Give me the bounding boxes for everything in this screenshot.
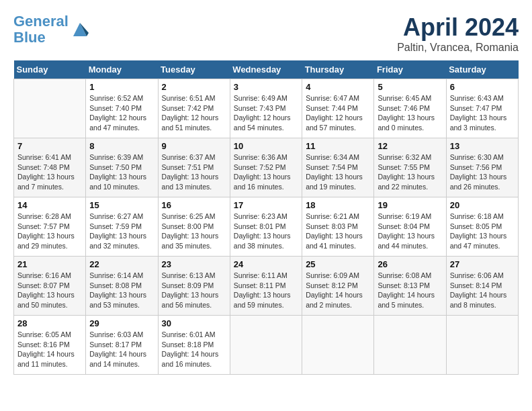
day-cell: 19Sunrise: 6:19 AM Sunset: 8:04 PM Dayli… <box>374 197 446 257</box>
day-info: Sunrise: 6:08 AM Sunset: 8:13 PM Dayligh… <box>378 271 442 310</box>
day-info: Sunrise: 6:34 AM Sunset: 7:54 PM Dayligh… <box>306 152 370 192</box>
day-cell: 7Sunrise: 6:41 AM Sunset: 7:48 PM Daylig… <box>14 138 86 197</box>
day-info: Sunrise: 6:39 AM Sunset: 7:50 PM Dayligh… <box>89 152 154 192</box>
day-cell: 13Sunrise: 6:30 AM Sunset: 7:56 PM Dayli… <box>446 138 518 197</box>
day-info: Sunrise: 6:16 AM Sunset: 8:07 PM Dayligh… <box>17 271 82 310</box>
weekday-header-wednesday: Wednesday <box>230 60 302 79</box>
weekday-header-sunday: Sunday <box>14 60 86 79</box>
day-info: Sunrise: 6:06 AM Sunset: 8:14 PM Dayligh… <box>450 271 515 310</box>
day-cell: 21Sunrise: 6:16 AM Sunset: 8:07 PM Dayli… <box>14 257 86 316</box>
day-info: Sunrise: 6:14 AM Sunset: 8:08 PM Dayligh… <box>89 271 154 310</box>
day-cell <box>302 316 374 375</box>
day-number: 14 <box>17 200 82 210</box>
day-info: Sunrise: 6:32 AM Sunset: 7:55 PM Dayligh… <box>378 152 442 192</box>
week-row-4: 21Sunrise: 6:16 AM Sunset: 8:07 PM Dayli… <box>14 257 519 316</box>
day-info: Sunrise: 6:28 AM Sunset: 7:57 PM Dayligh… <box>17 212 82 251</box>
day-cell: 8Sunrise: 6:39 AM Sunset: 7:50 PM Daylig… <box>86 138 158 197</box>
day-info: Sunrise: 6:36 AM Sunset: 7:52 PM Dayligh… <box>234 152 298 192</box>
page-header: General Blue April 2024 Paltin, Vrancea,… <box>13 13 519 54</box>
day-number: 15 <box>89 200 154 210</box>
day-cell: 20Sunrise: 6:18 AM Sunset: 8:05 PM Dayli… <box>446 197 518 257</box>
month-title: April 2024 <box>397 13 519 42</box>
day-cell: 1Sunrise: 6:52 AM Sunset: 7:40 PM Daylig… <box>86 79 158 138</box>
day-info: Sunrise: 6:09 AM Sunset: 8:12 PM Dayligh… <box>306 271 370 310</box>
day-number: 7 <box>17 141 82 151</box>
day-cell: 5Sunrise: 6:45 AM Sunset: 7:46 PM Daylig… <box>374 79 446 138</box>
day-cell: 28Sunrise: 6:05 AM Sunset: 8:16 PM Dayli… <box>14 316 86 375</box>
logo-icon <box>70 19 90 40</box>
day-number: 11 <box>306 141 370 151</box>
day-number: 22 <box>89 259 154 269</box>
day-info: Sunrise: 6:37 AM Sunset: 7:51 PM Dayligh… <box>162 152 226 192</box>
day-cell: 9Sunrise: 6:37 AM Sunset: 7:51 PM Daylig… <box>158 138 230 197</box>
day-cell: 29Sunrise: 6:03 AM Sunset: 8:17 PM Dayli… <box>86 316 158 375</box>
location-subtitle: Paltin, Vrancea, Romania <box>397 42 519 54</box>
week-row-5: 28Sunrise: 6:05 AM Sunset: 8:16 PM Dayli… <box>14 316 519 375</box>
logo-text: General Blue <box>13 13 69 46</box>
weekday-header-saturday: Saturday <box>446 60 518 79</box>
day-cell: 30Sunrise: 6:01 AM Sunset: 8:18 PM Dayli… <box>158 316 230 375</box>
logo: General Blue <box>13 13 90 46</box>
weekday-header-monday: Monday <box>86 60 158 79</box>
day-number: 10 <box>234 141 298 151</box>
day-info: Sunrise: 6:27 AM Sunset: 7:59 PM Dayligh… <box>89 212 154 251</box>
day-info: Sunrise: 6:43 AM Sunset: 7:47 PM Dayligh… <box>450 93 515 133</box>
day-number: 17 <box>234 200 298 210</box>
day-number: 1 <box>89 82 154 92</box>
day-number: 2 <box>162 82 226 92</box>
day-number: 25 <box>306 259 370 269</box>
weekday-header-row: SundayMondayTuesdayWednesdayThursdayFrid… <box>14 60 519 79</box>
day-cell: 26Sunrise: 6:08 AM Sunset: 8:13 PM Dayli… <box>374 257 446 316</box>
day-number: 19 <box>378 200 442 210</box>
day-number: 6 <box>450 82 515 92</box>
week-row-1: 1Sunrise: 6:52 AM Sunset: 7:40 PM Daylig… <box>14 79 519 138</box>
day-info: Sunrise: 6:49 AM Sunset: 7:43 PM Dayligh… <box>234 93 298 133</box>
day-number: 5 <box>378 82 442 92</box>
day-cell: 25Sunrise: 6:09 AM Sunset: 8:12 PM Dayli… <box>302 257 374 316</box>
day-number: 26 <box>378 259 442 269</box>
day-number: 24 <box>234 259 298 269</box>
day-cell: 16Sunrise: 6:25 AM Sunset: 8:00 PM Dayli… <box>158 197 230 257</box>
day-cell: 22Sunrise: 6:14 AM Sunset: 8:08 PM Dayli… <box>86 257 158 316</box>
title-block: April 2024 Paltin, Vrancea, Romania <box>397 13 519 54</box>
day-cell: 23Sunrise: 6:13 AM Sunset: 8:09 PM Dayli… <box>158 257 230 316</box>
day-number: 27 <box>450 259 515 269</box>
day-number: 18 <box>306 200 370 210</box>
weekday-header-thursday: Thursday <box>302 60 374 79</box>
weekday-header-friday: Friday <box>374 60 446 79</box>
day-cell: 15Sunrise: 6:27 AM Sunset: 7:59 PM Dayli… <box>86 197 158 257</box>
day-cell: 24Sunrise: 6:11 AM Sunset: 8:11 PM Dayli… <box>230 257 302 316</box>
day-info: Sunrise: 6:19 AM Sunset: 8:04 PM Dayligh… <box>378 212 442 251</box>
day-number: 12 <box>378 141 442 151</box>
day-cell <box>14 79 86 138</box>
day-number: 9 <box>162 141 226 151</box>
weekday-header-tuesday: Tuesday <box>158 60 230 79</box>
day-info: Sunrise: 6:47 AM Sunset: 7:44 PM Dayligh… <box>306 93 370 133</box>
day-cell: 17Sunrise: 6:23 AM Sunset: 8:01 PM Dayli… <box>230 197 302 257</box>
day-info: Sunrise: 6:21 AM Sunset: 8:03 PM Dayligh… <box>306 212 370 251</box>
day-info: Sunrise: 6:51 AM Sunset: 7:42 PM Dayligh… <box>162 93 226 133</box>
day-number: 21 <box>17 259 82 269</box>
day-cell: 4Sunrise: 6:47 AM Sunset: 7:44 PM Daylig… <box>302 79 374 138</box>
day-cell: 14Sunrise: 6:28 AM Sunset: 7:57 PM Dayli… <box>14 197 86 257</box>
day-cell: 27Sunrise: 6:06 AM Sunset: 8:14 PM Dayli… <box>446 257 518 316</box>
logo-general: General <box>13 13 69 30</box>
day-info: Sunrise: 6:25 AM Sunset: 8:00 PM Dayligh… <box>162 212 226 251</box>
day-info: Sunrise: 6:45 AM Sunset: 7:46 PM Dayligh… <box>378 93 442 133</box>
day-number: 8 <box>89 141 154 151</box>
day-cell: 18Sunrise: 6:21 AM Sunset: 8:03 PM Dayli… <box>302 197 374 257</box>
day-cell: 6Sunrise: 6:43 AM Sunset: 7:47 PM Daylig… <box>446 79 518 138</box>
week-row-3: 14Sunrise: 6:28 AM Sunset: 7:57 PM Dayli… <box>14 197 519 257</box>
day-info: Sunrise: 6:11 AM Sunset: 8:11 PM Dayligh… <box>234 271 298 310</box>
day-info: Sunrise: 6:18 AM Sunset: 8:05 PM Dayligh… <box>450 212 515 251</box>
day-number: 3 <box>234 82 298 92</box>
day-cell: 2Sunrise: 6:51 AM Sunset: 7:42 PM Daylig… <box>158 79 230 138</box>
day-number: 4 <box>306 82 370 92</box>
day-number: 20 <box>450 200 515 210</box>
day-info: Sunrise: 6:13 AM Sunset: 8:09 PM Dayligh… <box>162 271 226 310</box>
day-cell: 3Sunrise: 6:49 AM Sunset: 7:43 PM Daylig… <box>230 79 302 138</box>
day-info: Sunrise: 6:05 AM Sunset: 8:16 PM Dayligh… <box>17 330 82 369</box>
week-row-2: 7Sunrise: 6:41 AM Sunset: 7:48 PM Daylig… <box>14 138 519 197</box>
day-number: 30 <box>162 318 226 328</box>
day-cell: 10Sunrise: 6:36 AM Sunset: 7:52 PM Dayli… <box>230 138 302 197</box>
